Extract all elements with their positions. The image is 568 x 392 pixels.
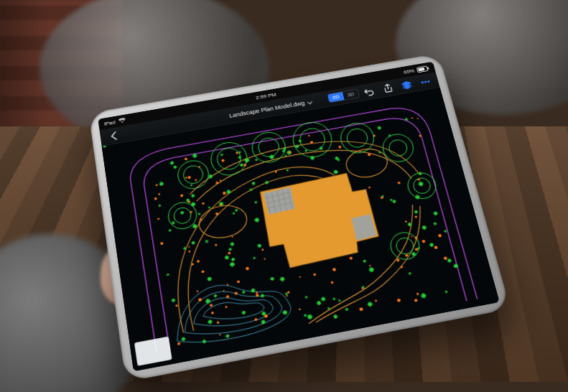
svg-point-107 [223, 290, 224, 291]
svg-point-108 [261, 248, 264, 251]
svg-rect-2 [417, 67, 424, 71]
svg-point-18 [380, 132, 416, 164]
svg-point-29 [160, 242, 163, 245]
svg-point-74 [216, 321, 219, 324]
carrier-label: iPad [103, 119, 116, 126]
svg-point-40 [222, 192, 225, 195]
svg-point-67 [219, 179, 221, 181]
svg-point-39 [177, 342, 180, 345]
svg-point-88 [196, 290, 198, 292]
view-mode-3d[interactable]: 3D [342, 90, 358, 100]
svg-point-94 [185, 177, 187, 179]
svg-point-30 [236, 151, 238, 154]
share-button[interactable] [377, 80, 398, 96]
svg-point-98 [219, 334, 221, 336]
svg-point-5 [427, 80, 429, 83]
svg-point-111 [349, 256, 353, 260]
svg-point-43 [184, 157, 187, 160]
layer-building [258, 170, 382, 271]
svg-point-76 [201, 270, 204, 273]
chevron-down-icon[interactable] [306, 95, 314, 107]
svg-point-114 [225, 306, 227, 308]
back-button[interactable] [103, 127, 124, 144]
svg-point-68 [202, 202, 205, 205]
svg-point-83 [221, 159, 225, 162]
svg-point-79 [332, 268, 335, 271]
svg-point-13 [256, 136, 280, 158]
svg-point-11 [215, 146, 243, 172]
svg-point-53 [313, 273, 316, 276]
svg-point-50 [374, 299, 376, 302]
svg-point-33 [443, 256, 447, 260]
svg-point-55 [215, 181, 218, 184]
svg-point-38 [188, 251, 190, 253]
svg-point-35 [422, 240, 425, 243]
svg-point-37 [264, 258, 266, 259]
more-button[interactable] [414, 74, 435, 90]
view-mode-toggle[interactable]: 2D 3D [326, 89, 360, 103]
svg-point-17 [345, 127, 369, 149]
svg-point-47 [228, 251, 231, 254]
svg-point-115 [197, 298, 201, 302]
svg-point-101 [298, 309, 300, 311]
svg-point-42 [286, 295, 288, 297]
wifi-icon [118, 118, 126, 123]
svg-point-28 [299, 276, 301, 278]
battery-percent: 65% [403, 67, 415, 75]
view-mode-2d[interactable]: 2D [327, 92, 343, 102]
svg-point-81 [411, 117, 413, 118]
svg-point-73 [416, 293, 419, 296]
svg-point-92 [414, 215, 417, 218]
svg-point-102 [214, 243, 217, 246]
svg-point-95 [307, 135, 309, 137]
svg-point-93 [368, 187, 370, 189]
svg-point-12 [249, 130, 287, 165]
svg-point-44 [411, 235, 412, 237]
svg-point-109 [404, 220, 406, 223]
svg-point-90 [154, 197, 157, 200]
svg-point-32 [368, 265, 371, 266]
svg-point-85 [180, 194, 183, 197]
svg-point-97 [361, 287, 363, 289]
layers-button[interactable] [396, 77, 416, 93]
svg-point-52 [155, 184, 157, 186]
svg-point-118 [434, 246, 438, 249]
svg-point-23 [172, 207, 192, 225]
svg-point-110 [195, 179, 197, 181]
svg-point-8 [175, 159, 210, 192]
undo-button[interactable] [358, 83, 379, 100]
clock: 2:59 PM [255, 91, 276, 100]
svg-point-41 [236, 280, 239, 283]
svg-point-46 [416, 118, 418, 119]
svg-point-10 [208, 140, 250, 178]
svg-point-54 [396, 299, 401, 302]
svg-point-82 [359, 307, 363, 311]
svg-point-6 [196, 202, 249, 241]
svg-point-9 [182, 164, 204, 185]
svg-point-104 [338, 146, 342, 149]
svg-point-86 [187, 176, 191, 179]
svg-point-49 [188, 246, 190, 248]
svg-point-58 [157, 218, 159, 220]
svg-point-61 [330, 281, 333, 284]
battery-icon [416, 65, 429, 73]
svg-point-75 [231, 236, 233, 238]
svg-point-4 [424, 81, 426, 83]
svg-point-31 [175, 304, 178, 307]
svg-point-45 [158, 193, 160, 195]
svg-point-84 [245, 267, 248, 271]
svg-point-78 [397, 182, 400, 185]
svg-point-106 [437, 234, 442, 238]
svg-point-3 [421, 81, 423, 83]
svg-point-112 [210, 312, 213, 314]
svg-point-59 [414, 299, 417, 302]
svg-point-100 [196, 260, 199, 263]
svg-point-89 [209, 304, 212, 307]
